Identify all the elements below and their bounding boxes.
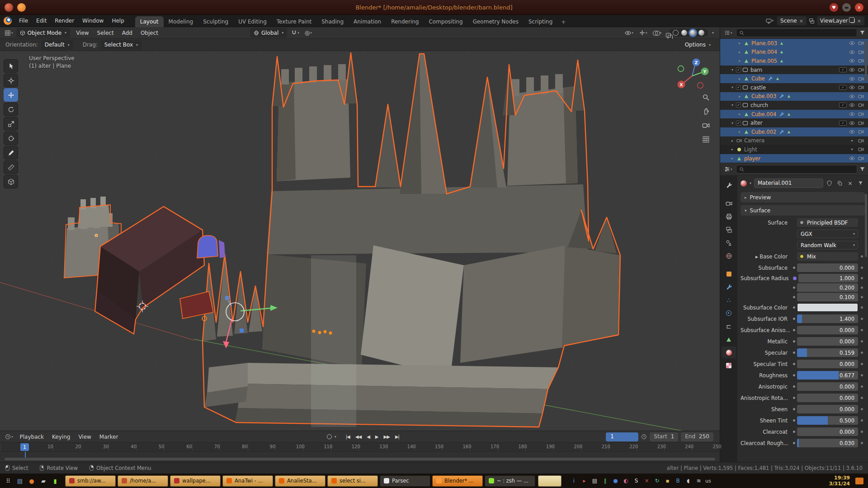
- object-types-visibility-dropdown[interactable]: [623, 29, 635, 37]
- preview-panel-header[interactable]: ▸ Preview: [741, 192, 865, 202]
- outliner-row-castle[interactable]: ▾✓castle✓: [720, 83, 868, 92]
- value-roughness[interactable]: 0.677: [797, 371, 858, 380]
- properties-search-input[interactable]: [736, 165, 857, 174]
- blender-logo-icon[interactable]: [4, 17, 12, 25]
- menu-window[interactable]: Window: [78, 16, 108, 25]
- tab-object[interactable]: [722, 268, 736, 280]
- expander-icon[interactable]: ▸: [730, 147, 735, 151]
- taskbar-window-zsh[interactable]: ~ : zsh — ...: [485, 475, 535, 487]
- timeline-menu-keying[interactable]: Keying: [48, 432, 74, 441]
- expander-icon[interactable]: ▸: [737, 112, 742, 116]
- timeline-scrollbar[interactable]: [5, 458, 715, 460]
- restrict-dropdown[interactable]: ▾: [848, 139, 856, 143]
- viewport-menu-add[interactable]: Add: [118, 28, 137, 38]
- collection-checkbox[interactable]: ✓: [736, 67, 741, 72]
- outliner-row-cube-004[interactable]: ▸Cube.004: [720, 110, 868, 119]
- hide-eye-toggle[interactable]: [848, 40, 856, 46]
- workspace-tab-sculpting[interactable]: Sculpting: [198, 16, 233, 27]
- shading-options-dropdown[interactable]: ▾: [711, 31, 715, 35]
- outliner-row-plane-003[interactable]: ▸Plane.003: [720, 39, 868, 48]
- hide-eye-toggle[interactable]: [848, 102, 856, 108]
- expander-icon[interactable]: ▾: [730, 68, 735, 72]
- outliner-filter-icon[interactable]: [859, 30, 865, 36]
- value-subsurface-aniso[interactable]: 0.000: [797, 326, 858, 334]
- value-specular-tint[interactable]: 0.000: [797, 360, 858, 368]
- solid-shading-button[interactable]: [681, 30, 687, 36]
- value-field[interactable]: 0.200: [797, 283, 858, 292]
- tab-output[interactable]: [722, 211, 736, 222]
- bluetooth-icon[interactable]: B: [675, 478, 681, 484]
- navigation-gizmo[interactable]: Z Y X: [675, 57, 709, 91]
- menu-render[interactable]: Render: [51, 16, 78, 25]
- distribution-dropdown[interactable]: GGX: [797, 230, 858, 238]
- scale-tool[interactable]: [4, 117, 18, 131]
- collection-checkbox[interactable]: ✓: [736, 103, 741, 108]
- select-box-tool[interactable]: [4, 59, 18, 73]
- workspace-tab-uv-editing[interactable]: UV Editing: [233, 16, 272, 27]
- viewport-3d[interactable]: User Perspective (1) alter | Plane Z Y X: [0, 51, 720, 431]
- current-frame-field[interactable]: 1: [606, 432, 638, 441]
- disable-render-toggle[interactable]: [857, 146, 865, 152]
- material-name-field[interactable]: Material.001: [754, 178, 823, 188]
- app-menu-button[interactable]: ⠿: [3, 475, 14, 486]
- camera-view-icon[interactable]: [702, 122, 710, 129]
- text-editor-launcher[interactable]: ▰: [38, 475, 49, 486]
- orientation-setting-dropdown[interactable]: Default: [41, 40, 73, 50]
- transform-tool[interactable]: [4, 131, 18, 145]
- minimize-button[interactable]: ▬: [842, 3, 851, 12]
- timeline-track-area[interactable]: [0, 452, 720, 462]
- restrict-dropdown[interactable]: ▾: [848, 147, 856, 151]
- keyboard-layout-indicator[interactable]: us: [705, 478, 711, 484]
- outliner-scrollbar[interactable]: [865, 41, 867, 81]
- disable-render-toggle[interactable]: [857, 67, 865, 73]
- workspace-tab-modeling[interactable]: Modeling: [164, 16, 198, 27]
- snapping-dropdown[interactable]: [290, 29, 301, 37]
- outliner-row-cube-002[interactable]: ▸Cube.002: [720, 127, 868, 136]
- web-browser-launcher[interactable]: ●: [26, 475, 37, 486]
- tab-scene[interactable]: [722, 237, 736, 249]
- workspace-tab-scripting[interactable]: Scripting: [524, 16, 557, 27]
- value-clearcoat-rough[interactable]: 0.030: [797, 439, 858, 447]
- material-preview-button[interactable]: [690, 30, 696, 36]
- value-metallic[interactable]: 0.000: [797, 337, 858, 346]
- outliner-row-barn[interactable]: ▾✓barn✓: [720, 66, 868, 75]
- auto-keying-toggle[interactable]: [327, 434, 332, 439]
- timeline-editor-dropdown[interactable]: [4, 433, 14, 441]
- fake-user-shield-button[interactable]: [825, 179, 834, 188]
- viewlayer-remove-icon[interactable]: ×: [857, 18, 861, 24]
- terminal-launcher[interactable]: ▮: [50, 475, 61, 486]
- tab-particles[interactable]: [722, 294, 736, 306]
- disable-render-toggle[interactable]: [857, 129, 865, 135]
- zoom-icon[interactable]: [702, 94, 710, 101]
- file-manager-launcher[interactable]: ▤: [14, 475, 25, 486]
- workspace-tab-shading[interactable]: Shading: [316, 16, 349, 27]
- outliner-row-plane-005[interactable]: ▸Plane.005: [720, 56, 868, 66]
- menu-edit[interactable]: Edit: [32, 16, 51, 25]
- copy-material-button[interactable]: [835, 179, 844, 188]
- disable-render-toggle[interactable]: [857, 102, 865, 108]
- timeline-menu-playback[interactable]: Playback: [16, 432, 48, 441]
- value-subsurface-radius[interactable]: 1.000: [798, 274, 858, 282]
- value-clearcoat[interactable]: 0.000: [797, 427, 858, 436]
- hide-eye-toggle[interactable]: [848, 155, 856, 161]
- prev-keyframe-button[interactable]: ◀◀: [353, 434, 363, 440]
- taskbar-window-blender[interactable]: Blender* ...: [432, 475, 483, 487]
- keying-set-dropdown[interactable]: ▾: [334, 435, 337, 439]
- disable-render-toggle[interactable]: [857, 138, 865, 144]
- workspace-tab-compositing[interactable]: Compositing: [424, 16, 467, 27]
- viewport-menu-view[interactable]: View: [72, 28, 93, 38]
- viewport-menu-object[interactable]: Object: [137, 28, 162, 38]
- outliner-editor-dropdown[interactable]: [723, 29, 734, 37]
- unlink-material-button[interactable]: ×: [846, 179, 854, 188]
- workspace-tab-texture-paint[interactable]: Texture Paint: [272, 16, 316, 27]
- security-icon[interactable]: ▪: [664, 478, 671, 484]
- volume-icon[interactable]: ◖: [685, 478, 692, 484]
- keep-above-button[interactable]: ♥: [830, 3, 838, 12]
- collection-checkbox[interactable]: ✓: [736, 85, 741, 90]
- taskbar-window-parsec[interactable]: Parsec: [380, 475, 430, 487]
- material-specials-dropdown[interactable]: [856, 179, 865, 188]
- notes-thumbnail-button[interactable]: [538, 475, 561, 487]
- expander-icon[interactable]: ▸: [730, 156, 735, 160]
- start-frame-field[interactable]: Start 1: [650, 432, 678, 441]
- new-viewlayer-icon[interactable]: [850, 19, 855, 23]
